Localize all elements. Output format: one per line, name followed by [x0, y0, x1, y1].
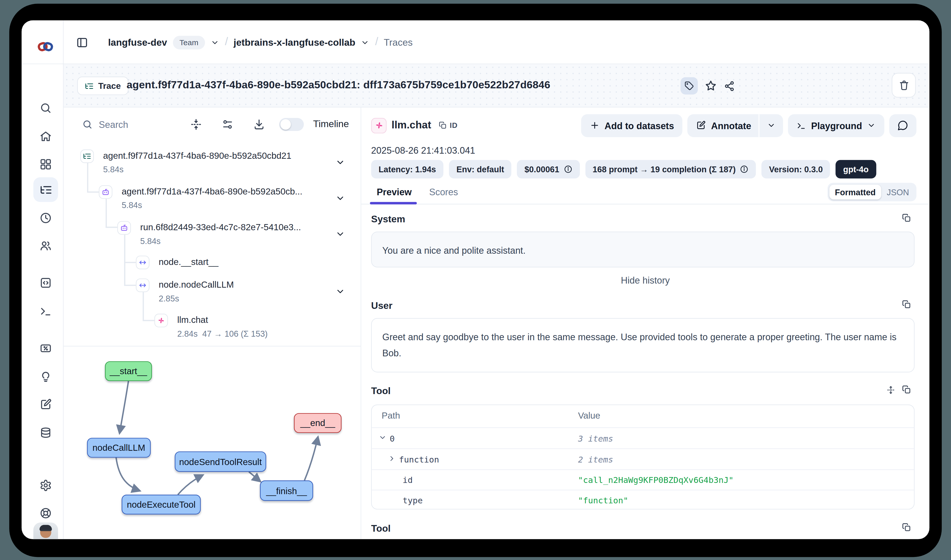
json-row[interactable]: id "call_n2HaWg9KFP0BZDqXv6G4b3nJ" [372, 469, 914, 490]
tree-search-icon[interactable] [82, 119, 93, 130]
tab-preview[interactable]: Preview [377, 186, 412, 197]
hide-history-link[interactable]: Hide history [361, 275, 929, 285]
sidebar-item-dashboards[interactable] [34, 152, 58, 177]
tree-row-run[interactable]: run.6f8d2449-33ed-4c7c-82e7-5410e3...5.8… [117, 221, 301, 248]
playground-button[interactable]: Playground [788, 114, 884, 137]
copy-tool-button[interactable] [902, 385, 911, 395]
model-badge[interactable]: gpt-4o [836, 160, 876, 178]
graph-node-nodesendtoolresult[interactable]: nodeSendToolResult [175, 452, 266, 472]
graph-node-finish[interactable]: __finish__ [260, 480, 313, 501]
json-row[interactable]: function 2 items [372, 448, 914, 469]
comments-button[interactable] [889, 114, 916, 137]
sidebar-item-playground[interactable] [34, 299, 58, 324]
sidebar-item-annotations[interactable] [34, 392, 58, 417]
tree-row-node-callllm[interactable]: node.nodeCallLLM2.85s [136, 278, 234, 306]
unfold-vertical-icon [886, 385, 896, 395]
sidebar-item-prompts[interactable] [34, 271, 58, 295]
tree-row-agent[interactable]: agent.f9f77d1a-437f-4ba6-890e-b592a50cb.… [99, 185, 302, 212]
copy-id-button[interactable]: ID [439, 121, 458, 130]
sidebar-item-home[interactable] [34, 124, 58, 149]
org-switcher[interactable] [211, 38, 220, 47]
tree-search-input[interactable]: Search [99, 119, 128, 130]
sidebar-item-support[interactable] [34, 501, 58, 526]
sidebar-item-datasets[interactable] [34, 421, 58, 445]
annotate-menu-button[interactable] [759, 114, 783, 137]
sidebar-item-users[interactable] [34, 234, 58, 258]
trace-type-badge: Trace [77, 77, 128, 95]
project-switcher[interactable] [361, 38, 369, 47]
file-code-icon [40, 277, 52, 289]
delete-trace-button[interactable] [892, 73, 916, 98]
graph-node-start[interactable]: __start__ [105, 361, 152, 381]
download-icon [253, 119, 265, 131]
chevron-down-icon [867, 121, 876, 130]
tag-button[interactable] [680, 77, 698, 94]
tree-row-collapse[interactable] [335, 193, 345, 203]
json-row[interactable]: type "function" [372, 490, 914, 509]
app-window: langfuse-dev Team / jetbrains-x-langfuse… [22, 20, 929, 539]
json-row[interactable]: 0 3 items [372, 427, 914, 448]
tab-scores[interactable]: Scores [429, 186, 458, 197]
tokens-badge[interactable]: 168 prompt → 19 completion (Σ 187) [585, 160, 756, 178]
tree-settings-button[interactable] [222, 119, 234, 131]
format-formatted-option[interactable]: Formatted [829, 185, 881, 199]
tree-row-collapse[interactable] [335, 157, 345, 168]
breadcrumb-org[interactable]: langfuse-dev [108, 37, 167, 48]
user-avatar[interactable] [34, 523, 58, 539]
sidebar-item-evaluation[interactable] [34, 336, 58, 361]
copy-user-button[interactable] [902, 299, 911, 309]
sidebar-item-settings[interactable] [34, 473, 58, 498]
tree-row-label: node.__start__ [159, 256, 219, 269]
download-button[interactable] [253, 119, 265, 131]
json-key: id [403, 475, 413, 485]
sidebar-toggle-button[interactable] [76, 36, 88, 49]
annotate-button[interactable]: Annotate [688, 114, 783, 137]
toggle-knob [280, 119, 291, 130]
collapse-all-button[interactable] [190, 119, 202, 131]
agent-icon [117, 221, 131, 235]
tree-row-trace-root[interactable]: agent.f9f77d1a-437f-4ba6-890e-b592a50cbd… [80, 149, 291, 177]
copy-system-button[interactable] [902, 213, 911, 223]
sidebar-item-insights[interactable] [34, 365, 58, 389]
timeline-toggle[interactable] [279, 118, 304, 131]
tree-connector [87, 191, 99, 192]
graph-node-nodecallllm[interactable]: nodeCallLLM [87, 438, 151, 457]
format-json-option[interactable]: JSON [881, 187, 915, 197]
info-icon [740, 165, 749, 174]
chevron-down-icon [335, 157, 345, 168]
add-to-datasets-button[interactable]: Add to datasets [581, 114, 683, 137]
cost-badge[interactable]: $0.00061 [517, 160, 580, 178]
sidebar-item-sessions[interactable] [34, 206, 58, 231]
breadcrumb-project[interactable]: jetbrains-x-langfuse-collab [234, 37, 355, 48]
span-icon [136, 256, 149, 269]
chevron-right-icon[interactable] [388, 455, 395, 463]
dashboard-grid-icon [40, 158, 52, 170]
tree-row-llm-chat[interactable]: llm.chat 2.84s 47 → 106 (Σ 153) [154, 314, 268, 341]
expand-tool-button[interactable] [886, 385, 896, 395]
share-button[interactable] [723, 79, 736, 93]
list-tree-icon [85, 81, 94, 90]
lightbulb-icon [40, 371, 52, 383]
tree-row-collapse[interactable] [335, 287, 345, 297]
tree-row-label: agent.f9f77d1a-437f-4ba6-890e-b592a50cbd… [103, 149, 291, 163]
user-section-heading: User [371, 300, 392, 311]
observation-title: llm.chat [391, 119, 431, 131]
value-column-header: Value [578, 411, 600, 421]
avatar-glasses [41, 530, 51, 532]
sidebar-item-tracing[interactable] [34, 177, 58, 202]
sliders-icon [222, 119, 234, 131]
graph-node-nodeexecutetool[interactable]: nodeExecuteTool [122, 495, 201, 514]
env-badge: Env: default [449, 160, 511, 178]
observation-timestamp: 2025-08-26 21:41:03.041 [371, 145, 475, 156]
tree-row-node-start[interactable]: node.__start__ [136, 256, 219, 269]
breadcrumb-page[interactable]: Traces [384, 37, 413, 48]
chevron-down-icon [335, 229, 345, 239]
share-icon [723, 80, 735, 92]
copy-tool2-button[interactable] [902, 523, 911, 532]
graph-node-end[interactable]: __end__ [294, 413, 342, 433]
favorite-button[interactable] [704, 79, 717, 93]
sidebar-item-search[interactable] [34, 96, 58, 120]
chevron-down-icon[interactable] [379, 434, 386, 441]
tree-row-label: llm.chat [177, 314, 268, 327]
tree-row-collapse[interactable] [335, 229, 345, 239]
